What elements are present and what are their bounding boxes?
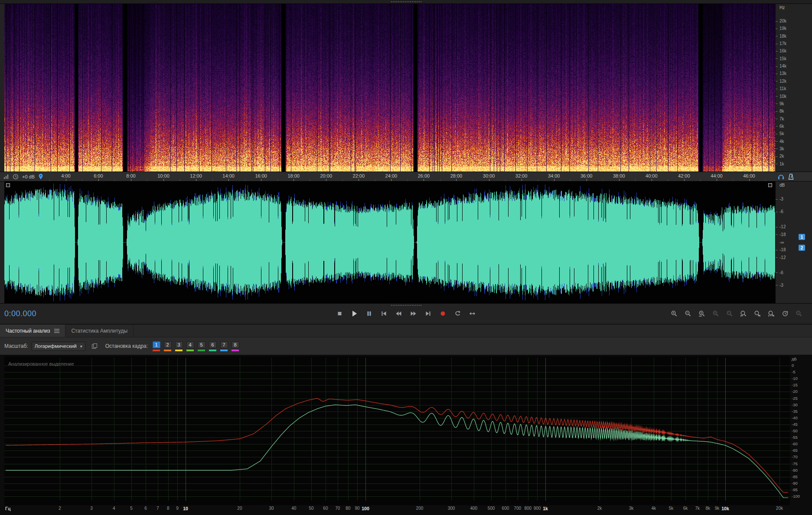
frame-hold-button-5[interactable]: 5 [197, 341, 205, 351]
metronome-icon[interactable] [788, 174, 794, 180]
chart-y-tick-label: -45 [792, 422, 798, 427]
frame-hold-button-7[interactable]: 7 [220, 341, 228, 351]
amplitude-tick-label: -6 [779, 210, 783, 214]
waveform-display[interactable] [4, 181, 775, 303]
frame-hold-button-6[interactable]: 6 [209, 341, 217, 351]
chart-x-tick-label: 300 [448, 506, 455, 511]
frequency-tick-label: 16k [779, 49, 786, 53]
spectrogram-display[interactable] [4, 4, 775, 172]
ruler-tick [66, 179, 66, 181]
ruler-tick [489, 179, 489, 181]
frame-hold-button-1[interactable]: 1 [152, 341, 160, 351]
chart-y-tick-label: -50 [792, 429, 798, 433]
frame-hold-button-2[interactable]: 2 [163, 341, 172, 351]
frequency-tick [776, 141, 778, 142]
amplitude-tick [776, 227, 778, 227]
channel-1-badge[interactable]: 1 [799, 234, 805, 240]
ruler-tick [212, 180, 213, 181]
zoom-out-button[interactable] [682, 308, 693, 319]
chart-y-tick-label: -85 [792, 475, 798, 479]
chart-x-tick-label: 60 [323, 506, 328, 511]
ruler-time-label: 10:00 [157, 173, 170, 178]
zoom-selection-left-button[interactable] [738, 308, 749, 319]
pin-icon[interactable] [38, 174, 43, 180]
frequency-tick [776, 66, 778, 67]
frequency-tick [776, 44, 778, 44]
zoom-selection-button[interactable] [696, 308, 707, 319]
chart-x-tick-label: 80 [346, 506, 350, 511]
frequency-tick-label: 10k [779, 94, 786, 99]
ruler-tick [277, 180, 278, 181]
rewind-button[interactable] [393, 308, 404, 319]
analysis-selection-label: Анализированное выделение [8, 361, 74, 366]
frame-hold-number: 3 [175, 341, 183, 348]
clock-icon[interactable] [13, 174, 19, 180]
fade-in-handle[interactable] [6, 183, 10, 187]
ruler-tick [82, 180, 82, 181]
zoom-selection-right-button[interactable] [752, 308, 763, 319]
fast-forward-button[interactable] [408, 308, 419, 319]
scale-dropdown-value: Логарифмический [35, 343, 77, 349]
frame-hold-button-3[interactable]: 3 [175, 341, 183, 351]
frequency-analysis-chart[interactable] [4, 356, 790, 505]
zoom-in-amplitude-button[interactable] [710, 308, 721, 319]
frame-hold-button-8[interactable]: 8 [231, 341, 239, 351]
frequency-tick [776, 96, 778, 97]
zoom-in-button[interactable] [669, 308, 679, 319]
timeline-ruler[interactable]: 4:006:008:0010:0012:0014:0016:0018:0020:… [0, 172, 812, 181]
ruler-time-label: 28:00 [450, 173, 463, 178]
loop-playback-button[interactable] [452, 308, 463, 319]
zoom-out-amplitude-button[interactable] [724, 308, 735, 319]
level-meter-icon[interactable] [3, 174, 9, 179]
chart-y-tick-label: -75 [792, 462, 798, 466]
frequency-tick [776, 36, 778, 36]
stop-button[interactable] [334, 308, 345, 319]
zoom-out-full-button[interactable] [793, 308, 804, 319]
zoom-full-selection-button[interactable] [766, 308, 776, 319]
chart-x-unit-label: Гц [5, 506, 10, 511]
playhead-time-display[interactable]: 0:00.000 [4, 309, 36, 318]
amplitude-tick [776, 212, 778, 212]
chart-y-tick-label: -30 [792, 403, 798, 407]
gain-readout[interactable]: +0 dB [22, 174, 35, 179]
ruler-time-label: 4:00 [61, 173, 70, 178]
frame-hold-color-bar [153, 350, 160, 351]
play-button[interactable] [349, 308, 360, 319]
panel-menu-icon[interactable] [54, 329, 59, 333]
transport-grip[interactable] [391, 305, 421, 306]
scale-dropdown[interactable]: Логарифмический ▾ [32, 342, 85, 351]
scale-label: Масштаб: [4, 343, 28, 349]
skip-to-end-button[interactable] [423, 308, 434, 319]
frequency-tick [776, 134, 778, 134]
panel-top-strip [0, 0, 812, 4]
amplitude-tick-label: -3 [779, 197, 783, 201]
amplitude-tick-label: -3 [779, 283, 783, 288]
panel-resize-grip[interactable] [391, 1, 421, 2]
ruler-tick [163, 179, 164, 181]
monitor-headphones-icon[interactable] [778, 174, 784, 180]
pause-button[interactable] [364, 308, 375, 319]
channel-2-badge[interactable]: 2 [799, 245, 805, 251]
record-button[interactable] [437, 308, 448, 319]
ruler-tick [147, 180, 147, 181]
ruler-tick [326, 179, 326, 181]
ruler-time-label: 36:00 [580, 173, 593, 178]
zoom-reset-button[interactable] [779, 308, 790, 319]
copy-data-icon[interactable] [91, 343, 98, 349]
frame-hold-number: 1 [153, 341, 160, 348]
ruler-tick [342, 180, 343, 181]
skip-to-start-button[interactable] [378, 308, 389, 319]
tab-amplitude-statistics[interactable]: Статистика Амплитуды [65, 324, 134, 337]
fade-out-handle[interactable] [768, 183, 772, 187]
tab-frequency-analysis[interactable]: Частотный анализ [0, 324, 65, 337]
frame-hold-number: 4 [186, 341, 194, 348]
analysis-controls: Масштаб: Логарифмический ▾ Остановка кад… [0, 337, 812, 355]
amplitude-tick-label: -12 [779, 225, 786, 229]
chart-x-tick-label: 4 [113, 506, 115, 511]
frequency-tick [776, 104, 778, 104]
frequency-tick-label: 4k [779, 139, 784, 144]
ruler-tick [408, 180, 408, 181]
skip-selection-button[interactable] [467, 308, 478, 319]
frame-hold-button-4[interactable]: 4 [186, 341, 194, 351]
chart-x-tick-label: 20k [776, 506, 783, 511]
